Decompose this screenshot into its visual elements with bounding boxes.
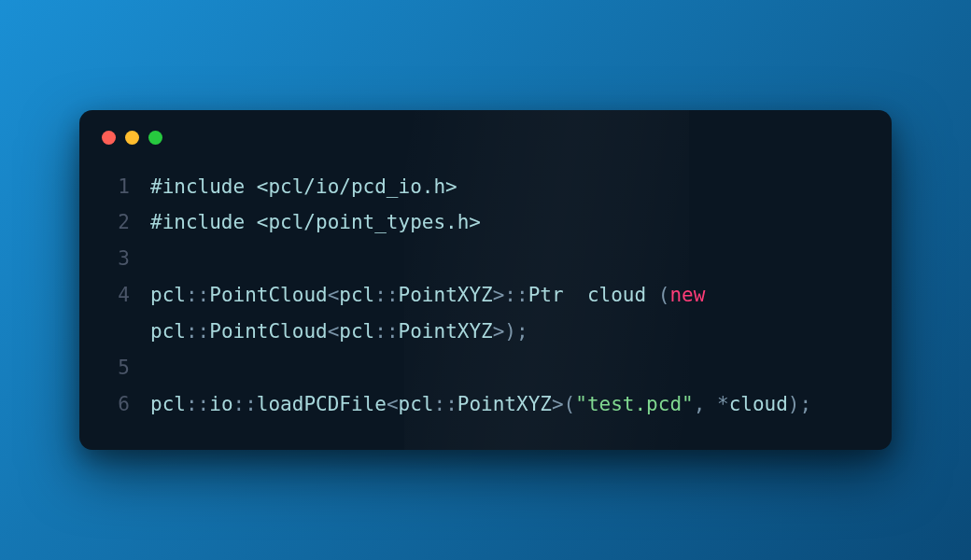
token-punct: :: [186, 284, 209, 306]
line-number: 5 [102, 350, 130, 386]
token-ident: PointXYZ [399, 320, 493, 343]
token-keyword: new [669, 284, 705, 306]
token-ident: cloud [575, 284, 658, 306]
token-punct: ); [788, 393, 811, 415]
code-line: 4pcl::PointCloud<pcl::PointXYZ>::Ptr clo… [102, 277, 869, 350]
token-punct: < [387, 393, 399, 415]
token-ident: pcl [339, 284, 374, 306]
token-ident: pcl [339, 320, 374, 343]
token-punct: :: [374, 320, 398, 343]
line-number: 2 [102, 204, 130, 241]
token-punct: :: [434, 393, 457, 415]
token-punct: , * [694, 393, 729, 415]
token-punct: :: [374, 284, 398, 306]
token-punct: ( [564, 393, 576, 415]
token-ident: <pcl/io/pcd_io.h> [257, 175, 457, 198]
token-punct: < [328, 284, 340, 306]
code-line: 2#include <pcl/point_types.h> [102, 204, 869, 241]
code-line: 6pcl::io::loadPCDFile<pcl::PointXYZ>("te… [102, 386, 869, 423]
line-content: #include <pcl/point_types.h> [130, 204, 869, 241]
token-preproc: #include [150, 175, 257, 198]
token-punct: < [328, 320, 340, 343]
token-ident: PointCloud [209, 320, 327, 343]
code-line: 3 [102, 241, 869, 277]
token-ident: PointCloud [209, 284, 327, 306]
token-ident: cloud [729, 393, 788, 415]
token-ident: io [209, 393, 232, 415]
line-number: 6 [102, 386, 130, 423]
token-punct: ( [658, 284, 670, 306]
line-content: pcl::io::loadPCDFile<pcl::PointXYZ>("tes… [130, 386, 869, 423]
token-ident: <pcl/point_types.h> [257, 211, 481, 233]
code-line: 1#include <pcl/io/pcd_io.h> [102, 169, 869, 205]
token-punct: > [552, 393, 564, 415]
close-icon[interactable] [102, 131, 116, 145]
token-ident: loadPCDFile [257, 393, 387, 415]
code-window: 1#include <pcl/io/pcd_io.h>2#include <pc… [79, 110, 892, 451]
line-content: pcl::PointCloud<pcl::PointXYZ>::Ptr clou… [130, 277, 869, 350]
code-line: 5 [102, 350, 869, 386]
line-content: #include <pcl/io/pcd_io.h> [130, 169, 869, 205]
code-area: 1#include <pcl/io/pcd_io.h>2#include <pc… [79, 152, 892, 451]
window-titlebar [79, 110, 892, 152]
token-ident: Ptr [528, 284, 576, 306]
token-string: "test.pcd" [575, 393, 693, 415]
line-number: 1 [102, 169, 130, 205]
minimize-icon[interactable] [125, 131, 139, 145]
token-punct: :: [233, 393, 257, 415]
maximize-icon[interactable] [148, 131, 162, 145]
token-ident: PointXYZ [399, 284, 493, 306]
token-ident: pcl [150, 284, 186, 306]
line-content [130, 241, 869, 277]
token-punct: :: [186, 320, 209, 343]
line-number: 4 [102, 277, 130, 314]
line-number: 3 [102, 241, 130, 277]
token-punct: >:: [493, 284, 528, 306]
token-ident: pcl [399, 393, 434, 415]
token-ident: PointXYZ [457, 393, 552, 415]
token-ident: pcl [150, 393, 186, 415]
line-content [130, 350, 869, 386]
token-punct: >); [493, 320, 528, 343]
token-preproc: #include [150, 211, 257, 233]
token-punct: :: [186, 393, 209, 415]
